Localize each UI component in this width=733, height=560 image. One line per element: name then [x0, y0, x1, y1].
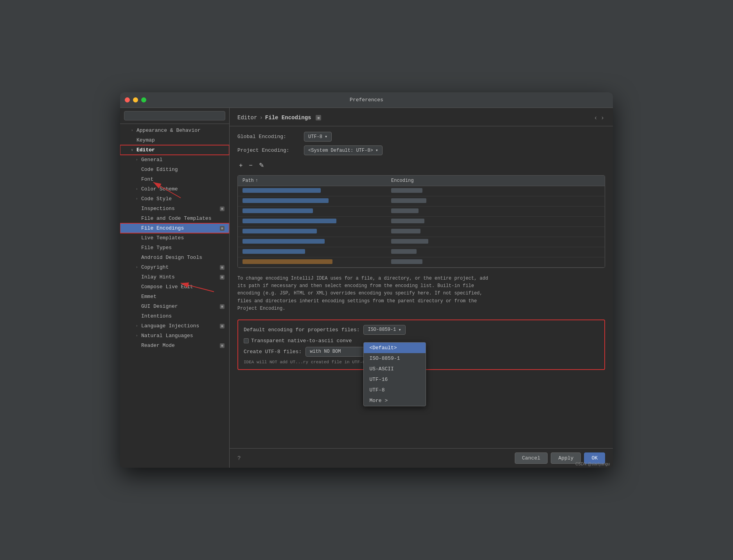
sidebar-item-font[interactable]: Font: [120, 174, 229, 184]
chevron-icon: ›: [136, 334, 140, 338]
blurred-encoding: [391, 249, 417, 254]
badge-icon: ▣: [220, 265, 225, 270]
remove-button[interactable]: −: [247, 161, 254, 170]
path-column-header[interactable]: Path ↑: [238, 176, 386, 186]
sidebar-item-reader-mode[interactable]: Reader Mode ▣: [120, 341, 229, 350]
idea-note-text: IDEA will NOT add UT...ry created file i…: [244, 360, 383, 364]
badge-icon: ▣: [220, 343, 225, 348]
table-cell-encoding: [386, 239, 605, 245]
sidebar-item-code-editing[interactable]: Code Editing: [120, 165, 229, 174]
search-input[interactable]: [124, 111, 225, 120]
sidebar-item-editor[interactable]: ∨ Editor: [120, 145, 229, 155]
encoding-dropdown-menu: <Default> ISO-8859-1 US-ASCII UTF-16: [363, 342, 426, 406]
table-row[interactable]: [238, 186, 605, 196]
table-cell-path: [238, 239, 386, 245]
sidebar-item-emmet[interactable]: Emmet: [120, 292, 229, 302]
encoding-table: Path ↑ Encoding: [237, 175, 605, 268]
titlebar: Preferences: [120, 92, 613, 108]
breadcrumb-badge: ▣: [316, 115, 321, 120]
dropdown-item-more[interactable]: More >: [364, 395, 426, 406]
chevron-icon: ›: [136, 158, 140, 162]
sidebar-item-label: File Encodings: [141, 225, 184, 231]
sidebar-item-android-design-tools[interactable]: Android Design Tools: [120, 253, 229, 262]
dropdown-item-iso8859[interactable]: ISO-8859-1: [364, 353, 426, 364]
sidebar-item-general[interactable]: › General: [120, 155, 229, 165]
sidebar-item-live-templates[interactable]: Live Templates: [120, 233, 229, 243]
content-header: Editor › File Encodings ▣ ‹ ›: [230, 108, 613, 126]
encoding-column-header[interactable]: Encoding: [386, 176, 605, 186]
sidebar-item-natural-languages[interactable]: › Natural Languages: [120, 331, 229, 341]
project-encoding-label: Project Encoding:: [237, 147, 300, 153]
sidebar-item-file-code-templates[interactable]: File and Code Templates: [120, 214, 229, 223]
table-cell-path: [238, 188, 386, 194]
sidebar-item-label: Color Scheme: [141, 186, 178, 192]
sidebar-item-compose-live-edit[interactable]: Compose Live Edit: [120, 282, 229, 292]
table-cell-encoding: [386, 249, 605, 255]
dropdown-item-utf8[interactable]: UTF-8: [364, 385, 426, 395]
close-dot[interactable]: [125, 97, 130, 102]
blurred-path: [243, 208, 313, 213]
badge-icon: ▣: [220, 206, 225, 211]
sidebar-item-gui-designer[interactable]: GUI Designer ▣: [120, 302, 229, 311]
add-button[interactable]: +: [237, 161, 244, 170]
minimize-dot[interactable]: [133, 97, 138, 102]
sidebar-list: › Appearance & Behavior Keymap ∨ Editor …: [120, 124, 229, 468]
project-encoding-dropdown[interactable]: <System Default: UTF-8> ▾: [304, 145, 383, 155]
transparent-label: Transparent native-to-ascii conve: [251, 338, 352, 344]
table-cell-encoding: [386, 198, 605, 205]
chevron-icon: ›: [136, 324, 140, 328]
sidebar-item-label: Compose Live Edit: [141, 284, 193, 290]
dropdown-item-label: ISO-8859-1: [369, 355, 400, 361]
sidebar: 🔍 › Appearance & Behavior Keymap ∨: [120, 108, 230, 468]
breadcrumb: Editor › File Encodings ▣: [237, 115, 321, 121]
table-row[interactable]: [238, 217, 605, 227]
table-row[interactable]: [238, 196, 605, 206]
edit-button[interactable]: ✎: [257, 161, 266, 170]
help-button[interactable]: ?: [237, 455, 241, 461]
global-encoding-dropdown[interactable]: UTF-8 ▾: [304, 132, 332, 142]
dropdown-item-usascii[interactable]: US-ASCII: [364, 364, 426, 374]
table-cell-path: [238, 229, 386, 235]
create-utf8-value: with NO BOM: [310, 349, 341, 354]
sidebar-item-file-encodings[interactable]: File Encodings ▣: [120, 223, 229, 233]
table-row[interactable]: [238, 237, 605, 247]
chevron-down-icon: ▾: [398, 327, 401, 333]
sidebar-item-file-types[interactable]: File Types: [120, 243, 229, 253]
blurred-encoding: [391, 198, 426, 203]
blurred-path: [243, 259, 332, 264]
maximize-dot[interactable]: [141, 97, 146, 102]
default-encoding-dropdown-wrap: ISO-8859-1 ▾ <Default> ISO-8859-1: [363, 325, 405, 335]
table-cell-path: [238, 219, 386, 225]
back-button[interactable]: ‹: [593, 113, 598, 122]
default-encoding-dropdown[interactable]: ISO-8859-1 ▾: [363, 325, 405, 335]
sidebar-item-label: Natural Languages: [141, 333, 193, 339]
sidebar-item-color-scheme[interactable]: › Color Scheme: [120, 184, 229, 194]
sidebar-item-copyright[interactable]: › Copyright ▣: [120, 262, 229, 272]
sidebar-item-keymap[interactable]: Keymap: [120, 135, 229, 145]
chevron-down-icon: ▾: [375, 147, 378, 153]
sidebar-item-appearance[interactable]: › Appearance & Behavior: [120, 126, 229, 135]
bottom-section: Default encoding for properties files: I…: [237, 319, 605, 370]
dropdown-item-default[interactable]: <Default>: [364, 343, 426, 353]
sidebar-item-code-style[interactable]: › Code Style: [120, 194, 229, 204]
blurred-encoding: [391, 239, 428, 244]
table-row[interactable]: [238, 257, 605, 267]
transparent-checkbox[interactable]: [244, 338, 249, 343]
table-row[interactable]: [238, 206, 605, 217]
sidebar-item-label: Appearance & Behavior: [137, 127, 201, 133]
table-row[interactable]: [238, 227, 605, 237]
encoding-section: Global Encoding: UTF-8 ▾ Project Encodin…: [230, 126, 613, 448]
sidebar-item-intentions[interactable]: Intentions: [120, 311, 229, 321]
project-encoding-row: Project Encoding: <System Default: UTF-8…: [237, 145, 605, 155]
sidebar-item-label: Live Templates: [141, 235, 184, 241]
sidebar-item-label: Code Style: [141, 196, 172, 202]
forward-button[interactable]: ›: [600, 113, 605, 122]
chevron-icon: ›: [136, 266, 140, 269]
dropdown-item-utf16[interactable]: UTF-16: [364, 374, 426, 385]
blurred-encoding: [391, 219, 424, 223]
sidebar-item-inspections[interactable]: Inspections ▣: [120, 204, 229, 214]
cancel-button[interactable]: Cancel: [515, 452, 548, 464]
sidebar-item-language-injections[interactable]: › Language Injections ▣: [120, 321, 229, 331]
table-row[interactable]: [238, 247, 605, 257]
sidebar-item-inlay-hints[interactable]: Inlay Hints ▣: [120, 272, 229, 282]
